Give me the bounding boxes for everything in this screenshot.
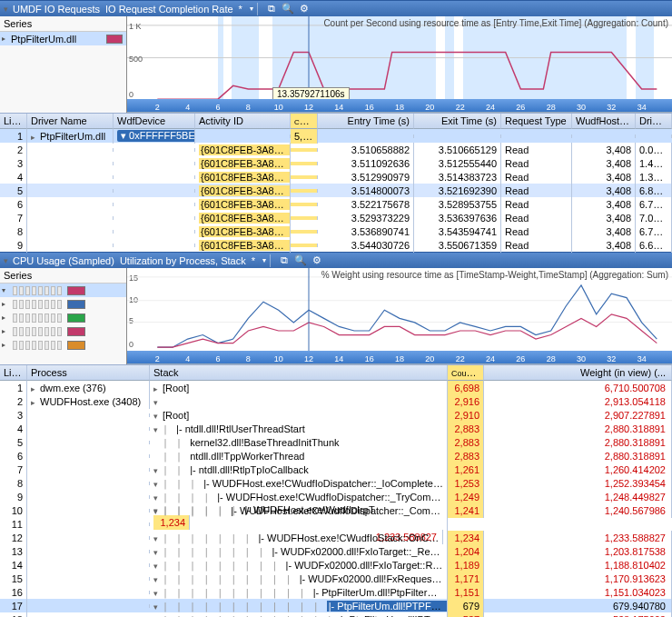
panel2-title-left: CPU Usage (Sampled) bbox=[13, 255, 120, 266]
col-wdfdevice[interactable]: WdfDevice bbox=[114, 114, 195, 129]
series-color-swatch[interactable] bbox=[67, 286, 85, 295]
col-process[interactable]: Process bbox=[27, 365, 150, 381]
search-icon[interactable]: 🔍 bbox=[294, 254, 307, 267]
series-row-generic[interactable]: ▸ bbox=[0, 311, 126, 324]
series-row-generic[interactable]: ▸ bbox=[0, 324, 126, 338]
panel2-chart-note: % Weight using resource time as [TimeSta… bbox=[321, 270, 668, 280]
tree-toggle-icon[interactable] bbox=[153, 439, 163, 448]
panel2-grid: Line # Process Stack Count Sum Weight (i… bbox=[0, 364, 672, 617]
table-row[interactable]: 5 | | kernel32.dll!BaseThreadInitThunk2,… bbox=[0, 435, 672, 449]
tree-toggle-icon[interactable]: ▾ bbox=[153, 412, 163, 421]
table-row[interactable]: 3{601C8FEB-3A8E-0...3.5110926363.5125554… bbox=[0, 156, 672, 170]
col-line[interactable]: Line # bbox=[0, 365, 27, 381]
table-row[interactable]: 12▾| | | | | | | |- WUDFHost.exe!CWudfIo… bbox=[0, 531, 672, 544]
panel1-plot[interactable]: Count per Second using resource time as … bbox=[127, 16, 672, 112]
tree-toggle-icon[interactable] bbox=[153, 453, 163, 462]
tree-toggle-icon[interactable]: ▾ bbox=[153, 398, 163, 407]
table-row[interactable]: 5{601C8FEB-3A8E-0...3.5148000733.5216923… bbox=[0, 184, 672, 197]
col-count[interactable]: Count Sum bbox=[448, 365, 484, 381]
panel2-plot[interactable]: % Weight using resource time as [TimeSta… bbox=[127, 268, 672, 363]
series-row-generic[interactable]: ▸ bbox=[0, 297, 126, 311]
table-row[interactable]: 7{601C8FEB-3A8E-0...3.5293732293.5363976… bbox=[0, 211, 672, 224]
tree-toggle-icon[interactable]: ▾ bbox=[153, 534, 163, 543]
tree-toggle-icon[interactable]: ▾ bbox=[153, 480, 163, 489]
table-row[interactable]: 4{601C8FEB-3A8E-0...3.5129909793.5143837… bbox=[0, 170, 672, 184]
col-pid[interactable]: WudfHost PID bbox=[572, 114, 636, 129]
panel1-time-ruler[interactable]: 246810121416182022242628303234 bbox=[127, 99, 672, 112]
col-duration[interactable]: Driver Owned Duration (ms) bbox=[636, 114, 672, 129]
open-window-icon[interactable]: ⧉ bbox=[265, 3, 278, 15]
tree-toggle-icon[interactable]: ▾ bbox=[153, 425, 163, 434]
panel1-collapse-toggle[interactable]: ▾ bbox=[4, 5, 13, 14]
col-exit[interactable]: Exit Time (s) bbox=[414, 114, 501, 129]
chevron-right-icon[interactable]: ▸ bbox=[2, 300, 11, 308]
tree-toggle-icon[interactable]: ▾ bbox=[153, 575, 163, 584]
table-row[interactable]: 1▸dwm.exe (376)▸[Root]6,6986,710.500708 bbox=[0, 381, 672, 394]
series-row-generic[interactable]: ▸ bbox=[0, 338, 126, 352]
panel2-collapse-toggle[interactable]: ▾ bbox=[4, 256, 13, 265]
chevron-right-icon[interactable]: ▸ bbox=[2, 35, 11, 43]
panel1-chart-area: Series ▸ PtpFilterUm.dll Count per Secon… bbox=[0, 16, 672, 113]
ytick-1k: 1 K bbox=[129, 22, 142, 31]
tree-toggle-icon[interactable]: ▾ bbox=[153, 602, 163, 612]
col-weight[interactable]: Weight (in view) (... bbox=[484, 365, 672, 381]
series-title: Series bbox=[0, 16, 126, 32]
chevron-right-icon[interactable]: ▸ bbox=[2, 341, 11, 349]
table-row[interactable]: 2▸WUDFHost.exe (3408)▾2,9162,913.054118 bbox=[0, 394, 672, 408]
tree-toggle-icon[interactable]: ▸ bbox=[153, 384, 163, 393]
panel1-header: ▾ UMDF IO Requests IO Request Completion… bbox=[0, 0, 672, 16]
panel1-grid-header: Line # Driver Name WdfDevice Activity ID… bbox=[0, 114, 672, 129]
tree-toggle-icon[interactable]: ▸ bbox=[31, 384, 40, 393]
series-item-ptpfilter[interactable]: ▸ PtpFilterUm.dll bbox=[0, 32, 126, 45]
tree-toggle-icon[interactable]: ▾ bbox=[153, 589, 163, 598]
table-row[interactable]: 16▾| | | | | | | | | | | |- PtpFilterUm.… bbox=[0, 585, 672, 599]
col-activity[interactable]: Activity ID bbox=[195, 114, 291, 129]
table-row[interactable]: 9{601C8FEB-3A8E-0...3.5440307263.5506713… bbox=[0, 238, 672, 252]
panel1-chart-note: Count per Second using resource time as … bbox=[323, 18, 668, 28]
panel1-title-right: IO Request Completion Rate bbox=[105, 4, 239, 15]
table-row[interactable]: 8{601C8FEB-3A8E-0...3.5368907413.5435947… bbox=[0, 224, 672, 238]
svg-text:10: 10 bbox=[129, 295, 138, 304]
search-icon[interactable]: 🔍 bbox=[282, 3, 294, 15]
table-row[interactable]: 18▸| | | | | | | | | | | | | |- PtpFilte… bbox=[0, 612, 672, 617]
col-entry[interactable]: Entry Time (s) bbox=[318, 114, 414, 129]
table-row[interactable]: 13▾| | | | | | | | |- WUDFx02000.dll!FxI… bbox=[0, 544, 672, 558]
gear-icon[interactable]: ⚙ bbox=[311, 254, 323, 267]
table-row[interactable]: 2{601C8FEB-3A8E-0...3.5106588823.5106651… bbox=[0, 143, 672, 156]
panel1-preset-dropdown[interactable]: ▾ bbox=[250, 5, 253, 13]
col-stack[interactable]: Stack bbox=[150, 365, 448, 381]
col-line[interactable]: Line # bbox=[0, 114, 27, 129]
table-row[interactable]: 8▾| | | |- WUDFHost.exe!CWudfIoDispatche… bbox=[0, 476, 672, 490]
table-row[interactable]: 3▾[Root]2,9102,907.227891 bbox=[0, 408, 672, 422]
table-row[interactable]: 7▾| | |- ntdll.dll!RtlpTpIoCallback1,261… bbox=[0, 463, 672, 476]
tree-toggle-icon[interactable]: ▾ bbox=[153, 466, 163, 475]
panel1-svg: 1 K 500 0 bbox=[127, 16, 672, 112]
table-row[interactable]: 15▾| | | | | | | | | | |- WUDFx02000.dll… bbox=[0, 572, 672, 585]
chevron-right-icon[interactable]: ▸ bbox=[2, 313, 11, 322]
tree-toggle-icon[interactable]: ▾ bbox=[153, 506, 163, 515]
chevron-down-icon[interactable]: ▾ bbox=[2, 286, 11, 294]
gear-icon[interactable]: ⚙ bbox=[298, 3, 311, 15]
table-row[interactable]: 1▸PtpFilterUm.dll▾ 0xFFFFFF5BE2DFB...5,8… bbox=[0, 129, 672, 143]
table-row[interactable]: 6{601C8FEB-3A8E-0...3.5221756783.5289537… bbox=[0, 197, 672, 211]
table-row[interactable]: 14▾| | | | | | | | | |- WUDFx02000.dll!F… bbox=[0, 558, 672, 572]
ytick-500: 500 bbox=[129, 55, 143, 64]
panel2-time-ruler[interactable]: 246810121416182022242628303234 bbox=[127, 351, 672, 363]
tree-toggle-icon[interactable]: ▾ bbox=[153, 562, 163, 571]
table-row[interactable]: 4▾| |- ntdll.dll!RtlUserThreadStart2,883… bbox=[0, 422, 672, 435]
table-row[interactable]: 11▾| | | | | | |- WUDFHost.exe!WudfIoIrp… bbox=[0, 517, 672, 531]
col-count[interactable]: Count bbox=[291, 114, 318, 129]
table-row[interactable]: 17▾| | | | | | | | | | | | |- PtpFilterU… bbox=[0, 599, 672, 612]
series-row-generic[interactable]: ▾ bbox=[0, 284, 126, 297]
tree-toggle-icon[interactable]: ▾ bbox=[153, 493, 163, 503]
svg-text:0: 0 bbox=[129, 340, 133, 349]
series-color-swatch[interactable] bbox=[106, 35, 123, 44]
open-window-icon[interactable]: ⧉ bbox=[278, 254, 291, 267]
tree-toggle-icon[interactable]: ▾ bbox=[153, 548, 163, 557]
table-row[interactable]: 6 | | ntdll.dll!TppWorkerThread2,8832,88… bbox=[0, 449, 672, 463]
panel2-preset-dropdown[interactable]: ▾ bbox=[262, 256, 266, 264]
col-driver[interactable]: Driver Name bbox=[27, 114, 114, 129]
chevron-right-icon[interactable]: ▸ bbox=[2, 327, 11, 335]
tree-toggle-icon[interactable]: ▸ bbox=[31, 398, 40, 407]
col-reqtype[interactable]: Request Type bbox=[501, 114, 572, 129]
